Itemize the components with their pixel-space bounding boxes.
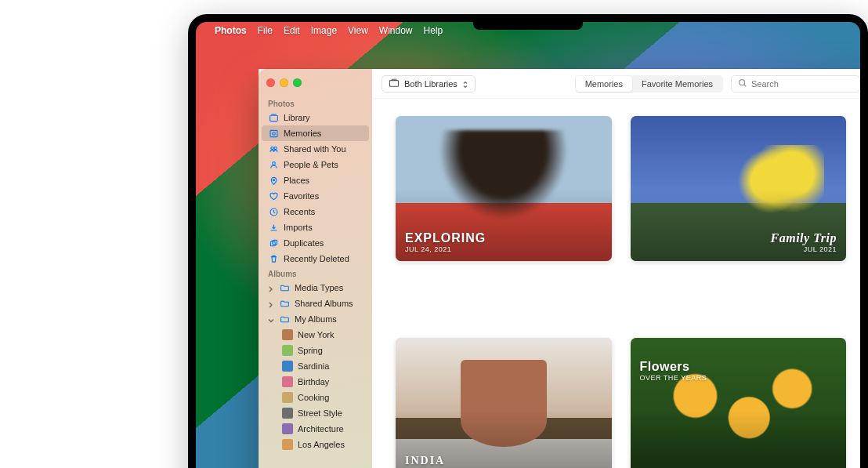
sidebar-item-imports[interactable]: Imports xyxy=(262,219,369,235)
library-selector-label: Both Libraries xyxy=(404,79,458,89)
memory-card[interactable]: INDIA2019 xyxy=(396,338,612,468)
tab-favorite-memories[interactable]: Favorite Memories xyxy=(632,76,722,92)
search-field[interactable] xyxy=(731,75,860,93)
main-content: Both Libraries Memories Favorite Memorie… xyxy=(372,69,860,468)
duplicates-icon xyxy=(268,238,279,249)
sidebar-album-sardinia[interactable]: Sardinia xyxy=(262,358,369,374)
sidebar-item-label: Shared with You xyxy=(284,144,346,154)
sidebar-item-duplicates[interactable]: Duplicates xyxy=(262,235,369,251)
memory-subtitle: JUL 2021 xyxy=(771,245,837,253)
sidebar-item-label: Memories xyxy=(284,129,321,138)
sidebar-item-label: Recently Deleted xyxy=(284,254,349,263)
album-thumbnail xyxy=(282,376,293,387)
photo-library-icon xyxy=(268,112,279,123)
memory-card[interactable]: Family TripJUL 2021 xyxy=(631,116,847,261)
sidebar-item-label: Media Types xyxy=(295,283,343,292)
laptop-bezel: Photos File Edit Image View Window Help … xyxy=(188,14,868,468)
sidebar-item-places[interactable]: Places xyxy=(262,172,369,188)
memory-subtitle: JUL 24, 2021 xyxy=(405,245,486,253)
svg-point-4 xyxy=(273,147,276,149)
sidebar-album-new-york[interactable]: New York xyxy=(262,327,369,343)
memory-title: Family Trip xyxy=(771,231,837,245)
search-icon xyxy=(738,78,747,89)
library-selector-button[interactable]: Both Libraries xyxy=(382,75,476,93)
memory-card[interactable]: EXPLORINGJUL 24, 2021 xyxy=(396,116,612,261)
sidebar-item-label: Duplicates xyxy=(284,238,324,248)
sidebar-item-shared-albums[interactable]: Shared Albums xyxy=(262,296,369,311)
sidebar-item-memories[interactable]: Memories xyxy=(262,125,369,141)
sidebar-item-recently-deleted[interactable]: Recently Deleted xyxy=(262,251,369,267)
svg-point-3 xyxy=(270,147,273,149)
memories-icon xyxy=(268,128,279,139)
search-input[interactable] xyxy=(751,79,853,89)
sidebar-item-library[interactable]: Library xyxy=(262,110,369,125)
sidebar-item-label: People & Pets xyxy=(284,160,338,169)
sidebar-item-media-types[interactable]: Media Types xyxy=(262,280,369,296)
sidebar-item-label: New York xyxy=(298,330,334,339)
album-thumbnail xyxy=(282,423,293,434)
menubar-app-name[interactable]: Photos xyxy=(215,25,247,36)
sidebar-album-street-style[interactable]: Street Style xyxy=(262,405,369,421)
sidebar-item-label: Favorites xyxy=(284,191,319,201)
memory-card[interactable]: FlowersOVER THE YEARS xyxy=(631,338,847,468)
memory-title: INDIA xyxy=(405,455,445,467)
sidebar-item-shared-with-you[interactable]: Shared with You xyxy=(262,141,369,157)
close-window-button[interactable] xyxy=(266,78,275,87)
album-thumbnail xyxy=(282,392,293,403)
sidebar-item-label: Street Style xyxy=(298,408,342,418)
sidebar-section-photos-title: Photos xyxy=(262,96,369,110)
sidebar-item-favorites[interactable]: Favorites xyxy=(262,188,369,204)
album-thumbnail xyxy=(282,329,293,340)
camera-notch xyxy=(473,14,583,30)
zoom-window-button[interactable] xyxy=(293,78,302,87)
sidebar-item-label: Los Angeles xyxy=(298,440,345,449)
menubar-item-view[interactable]: View xyxy=(348,25,368,36)
chevron-right-icon xyxy=(268,300,274,307)
sidebar-album-birthday[interactable]: Birthday xyxy=(262,374,369,390)
sidebar-item-label: Shared Albums xyxy=(295,299,353,308)
photos-window: Photos Library Memories Shared with You … xyxy=(259,69,860,468)
sidebar-item-my-albums[interactable]: My Albums xyxy=(262,311,369,327)
tab-memories[interactable]: Memories xyxy=(576,76,632,92)
sidebar-item-label: Library xyxy=(284,113,310,122)
screen: Photos File Edit Image View Window Help … xyxy=(196,22,860,468)
sidebar-item-label: Cooking xyxy=(298,393,329,402)
menubar-item-file[interactable]: File xyxy=(258,25,273,36)
sidebar-item-label: Architecture xyxy=(298,424,344,434)
people-icon xyxy=(268,159,279,170)
trash-icon xyxy=(268,253,279,264)
shared-icon xyxy=(268,143,279,154)
sidebar-album-architecture[interactable]: Architecture xyxy=(262,421,369,437)
album-thumbnail xyxy=(282,439,293,450)
album-thumbnail xyxy=(282,345,293,356)
album-thumbnail xyxy=(282,408,293,419)
sidebar-item-people-pets[interactable]: People & Pets xyxy=(262,157,369,172)
memory-subtitle: OVER THE YEARS xyxy=(640,374,707,382)
memory-title: EXPLORING xyxy=(405,231,486,245)
library-badge-icon xyxy=(389,78,400,89)
svg-rect-1 xyxy=(270,130,277,136)
sidebar-item-label: Recents xyxy=(284,207,315,216)
album-thumbnail xyxy=(282,361,293,372)
svg-point-11 xyxy=(740,79,745,85)
memory-title: Flowers xyxy=(640,360,707,374)
clock-icon xyxy=(268,206,279,217)
svg-point-6 xyxy=(273,179,274,180)
sidebar-section-albums-title: Albums xyxy=(262,267,369,280)
menubar-item-help[interactable]: Help xyxy=(424,25,443,36)
sidebar-album-cooking[interactable]: Cooking xyxy=(262,390,369,405)
svg-rect-10 xyxy=(389,80,398,86)
window-controls xyxy=(262,75,369,96)
menubar-item-edit[interactable]: Edit xyxy=(284,25,300,36)
sidebar-album-spring[interactable]: Spring xyxy=(262,343,369,358)
pin-icon xyxy=(268,175,279,186)
sidebar-item-label: My Albums xyxy=(295,314,337,324)
minimize-window-button[interactable] xyxy=(280,78,288,87)
sidebar-album-los-angeles[interactable]: Los Angeles xyxy=(262,437,369,452)
chevron-down-icon xyxy=(268,316,274,322)
sidebar-item-recents[interactable]: Recents xyxy=(262,204,369,219)
folder-icon xyxy=(279,298,290,309)
menubar-item-window[interactable]: Window xyxy=(379,25,413,36)
view-segmented-control: Memories Favorite Memories xyxy=(575,75,723,93)
menubar-item-image[interactable]: Image xyxy=(311,25,337,36)
